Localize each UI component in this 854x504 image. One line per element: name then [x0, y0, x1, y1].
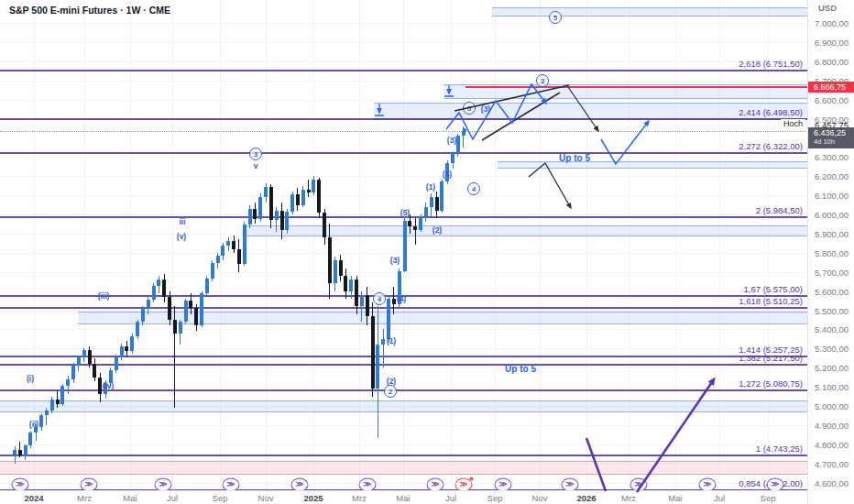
chart-canvas[interactable]: 2,618 (6.751,50)2,414 (6.498,50)2,272 (6… — [0, 0, 854, 504]
time-axis-label: Mai — [668, 493, 682, 503]
time-axis-label: Mrz — [77, 493, 92, 503]
currency-label: USD — [818, 3, 837, 13]
price-axis-label: 4.800,00 — [815, 440, 849, 450]
price-axis-label: 5.400,00 — [815, 324, 849, 334]
time-axis[interactable]: 2024MrzMaiJulSepNov2025MrzMaiJulSepNov20… — [0, 490, 854, 504]
bar-countdown: 4d 10h — [814, 138, 854, 147]
symbol-title[interactable]: S&P 500 E-mini Futures · 1W · CME — [9, 5, 170, 16]
time-axis-label: 2025 — [303, 493, 323, 503]
price-axis-label: 6.000,00 — [815, 210, 849, 220]
alert-dot — [470, 477, 474, 481]
time-axis-label: Sep — [213, 493, 228, 503]
price-axis-label: 5.000,00 — [815, 401, 849, 411]
price-axis-label: 4.600,00 — [815, 478, 849, 488]
red-price-tag: 6.666,75 — [808, 82, 854, 93]
price-axis-label: 7.000,00 — [815, 18, 849, 28]
time-axis-label: Nov — [258, 493, 274, 503]
price-axis-label: 5.500,00 — [815, 306, 849, 316]
last-price-value: 6.436,25 — [814, 129, 854, 137]
price-axis[interactable]: USD 7.000,006.900,006.800,006.700,006.60… — [807, 0, 854, 504]
time-axis-label: 2026 — [576, 493, 596, 503]
last-price-tag: 6.436,25 4d 10h — [808, 127, 854, 148]
time-axis-label: 2024 — [24, 493, 43, 503]
event-markers-layer: ≫≫≫≫≫≫≫≫≫≫≫≫≫ — [0, 0, 854, 504]
price-axis-label: 5.800,00 — [815, 248, 849, 258]
price-axis-label: 5.200,00 — [815, 363, 849, 373]
time-axis-label: Sep — [761, 493, 776, 503]
time-axis-label: Sep — [487, 493, 503, 503]
high-label: Hoch — [781, 119, 805, 128]
time-axis-label: Mai — [396, 493, 410, 503]
price-axis-label: 6.100,00 — [815, 191, 849, 201]
price-axis-label: 5.900,00 — [815, 229, 849, 239]
time-axis-label: Jul — [714, 493, 725, 503]
time-axis-label: Mrz — [352, 493, 367, 503]
price-axis-label: 6.900,00 — [815, 38, 849, 48]
price-axis-label: 4.900,00 — [815, 421, 849, 431]
price-axis-label: 6.200,00 — [815, 171, 849, 181]
time-axis-label: Mai — [123, 493, 137, 503]
price-axis-label: 5.700,00 — [815, 268, 849, 278]
time-axis-label: Jul — [445, 493, 456, 503]
price-axis-label: 6.300,00 — [815, 152, 849, 162]
price-axis-label: 4.700,00 — [815, 459, 849, 469]
price-axis-label: 6.600,00 — [815, 95, 849, 105]
price-axis-label: 6.800,00 — [815, 57, 849, 67]
price-axis-label: 5.300,00 — [815, 344, 849, 354]
time-axis-label: Nov — [532, 493, 548, 503]
price-axis-label: 5.600,00 — [815, 287, 849, 297]
price-axis-label: 5.100,00 — [815, 382, 849, 392]
time-axis-label: Jul — [167, 493, 178, 503]
time-axis-label: Mrz — [621, 493, 636, 503]
